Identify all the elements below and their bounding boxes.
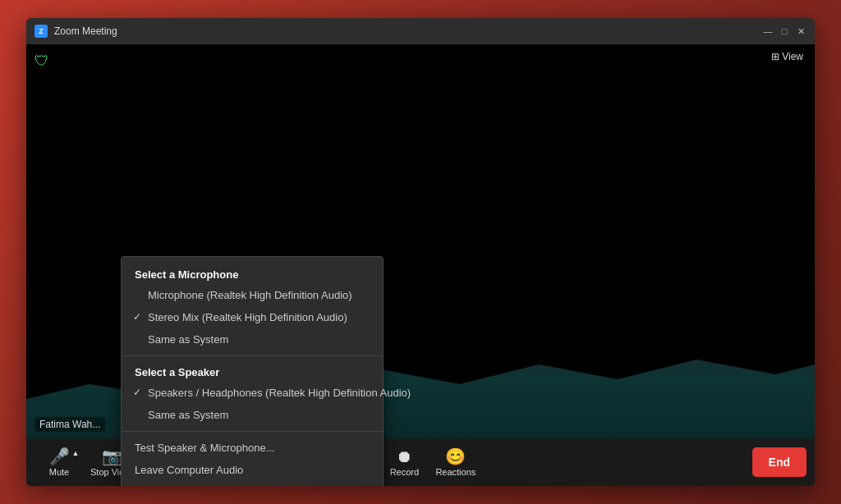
record-button[interactable]: ⏺ Record	[379, 438, 429, 486]
leave-computer-audio[interactable]: Leave Computer Audio	[122, 459, 383, 481]
mute-button[interactable]: 🎤 Mute	[34, 438, 84, 486]
reactions-label: Reactions	[435, 467, 476, 477]
reactions-button[interactable]: 😊 Reactions	[429, 438, 482, 486]
menu-divider-1	[122, 355, 383, 356]
video-icon: 📷	[102, 448, 122, 465]
close-button[interactable]: ✕	[795, 25, 807, 37]
mic-option-2[interactable]: Stereo Mix (Realtek High Definition Audi…	[122, 306, 383, 328]
record-icon: ⏺	[396, 448, 412, 465]
maximize-button[interactable]: □	[779, 25, 790, 37]
speaker-header: Select a Speaker	[122, 361, 383, 382]
titlebar-controls: — □ ✕	[762, 25, 807, 37]
speaker-option-2[interactable]: Same as System	[122, 404, 383, 426]
audio-dropdown-menu: Select a Microphone Microphone (Realtek …	[121, 256, 384, 486]
mic-option-3[interactable]: Same as System	[122, 328, 383, 351]
view-button[interactable]: ⊞ View	[771, 51, 803, 62]
zoom-window: Z Zoom Meeting — □ ✕ 🛡 ⊞ View Fatima Wah…	[26, 18, 815, 486]
mute-group: 🎤 Mute ▲	[34, 438, 84, 486]
minimize-button[interactable]: —	[762, 25, 774, 37]
mute-label: Mute	[49, 467, 69, 477]
mute-caret[interactable]: ▲	[69, 447, 82, 460]
speaker-option-1[interactable]: Speakers / Headphones (Realtek High Defi…	[122, 382, 383, 404]
titlebar: Z Zoom Meeting — □ ✕	[26, 18, 815, 44]
window-title: Zoom Meeting	[54, 25, 117, 37]
video-area: 🛡 ⊞ View Fatima Wah... Select a Micropho…	[26, 44, 815, 438]
shield-icon: 🛡	[34, 53, 49, 70]
reactions-icon: 😊	[445, 448, 466, 465]
mic-option-1[interactable]: Microphone (Realtek High Definition Audi…	[122, 284, 383, 306]
test-speaker-microphone[interactable]: Test Speaker & Microphone...	[122, 437, 383, 459]
record-label: Record	[390, 467, 419, 477]
menu-divider-2	[122, 431, 383, 432]
end-button[interactable]: End	[752, 447, 807, 477]
participant-name: Fatima Wah...	[34, 417, 105, 432]
zoom-logo: Z	[34, 25, 48, 38]
microphone-header: Select a Microphone	[122, 263, 383, 284]
microphone-icon: 🎤	[49, 448, 70, 465]
